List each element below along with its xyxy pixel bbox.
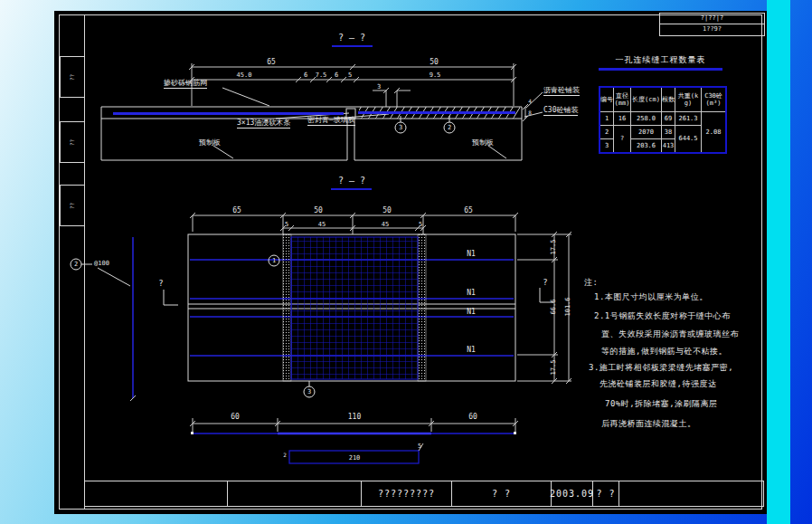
plan-dim-bottom-60r: 60 [468, 414, 477, 421]
col-header-len: 长度(cm) [631, 87, 662, 112]
col-header-count: 根数 [662, 87, 675, 112]
plan-dim-top-50r: 50 [382, 207, 392, 214]
note-line-3: 置、失效段采用涂沥青或缠玻璃丝布 [601, 329, 739, 340]
section-dim-50-right: 50 [430, 59, 439, 66]
rev-box-1: ?? [60, 56, 85, 98]
rev-box-2: ?? [60, 121, 85, 163]
cell-wt-1: 261.3 [675, 112, 702, 126]
plan-dim-5r: 5 [419, 222, 422, 228]
plan-dim-right-175b: 17.5 [551, 360, 557, 376]
plan-cut-mark-right: ? [543, 279, 547, 287]
notes-header: 注: [584, 277, 598, 289]
plan-marker-3: 3 [304, 386, 316, 398]
detail-dim-length: 210 [349, 455, 361, 462]
detail-dim-height: 2 [283, 453, 287, 458]
section-dim-450: 45.0 [237, 72, 252, 79]
section-layer-dim-4: 4 [528, 99, 532, 104]
cell-len-2: 2070 [631, 126, 662, 139]
viewer-window: ?? ?? ?? ?|??|? 1??9? ? — ? 65 50 45.0 6… [0, 0, 812, 524]
note-line-5: 3.施工时将相邻板梁梁缝先堵塞严密, [589, 362, 733, 374]
note-line-1: 1.本图尺寸均以厘米为单位。 [594, 291, 708, 303]
plan-dim-5l: 5 [285, 222, 288, 228]
note-line-8: 后再浇桥面连续混凝土。 [601, 418, 696, 430]
title-block-field1: ? ? [452, 481, 552, 506]
plan-bar-label-n1-a: N1 [467, 251, 476, 258]
plan-dim-right-175t: 17.5 [551, 240, 557, 255]
cell-no-2: 2 [600, 126, 614, 139]
quantity-table: 编号 直径(mm) 长度(cm) 根数 共重(kg) C30砼(m³) 1 16… [599, 86, 727, 154]
label-precast-slab-left: 预制板 [199, 139, 221, 147]
col-header-no: 编号 [600, 87, 614, 112]
title-block: ????????? ? ? 2003.09 ? ? [84, 481, 764, 507]
table-row: 1 16 258.0 69 261.3 2.08 [600, 112, 726, 126]
cell-wt-23: 644.5 [675, 126, 702, 154]
section-layer-dim-8: 8 [528, 110, 532, 116]
section-dim-95: 9.5 [430, 72, 441, 79]
section-dim-5: 5 [348, 72, 352, 79]
cell-cnt-3: 413 [662, 139, 675, 154]
section-marker-2: 2 [444, 122, 456, 134]
plan-dim-right-total: 101.6 [565, 297, 571, 316]
section-dim-6b: 6 [335, 72, 338, 79]
quantity-table-title: 一孔连续缝工程数量表 [599, 54, 722, 69]
rev-box-3-label: ?? [69, 202, 75, 208]
title-block-empty-2 [228, 481, 362, 506]
rev-box-2-label: ?? [69, 138, 75, 145]
cell-cnt-2: 38 [662, 126, 675, 139]
title-block-empty-1 [85, 481, 228, 506]
plan-cut-mark-left: ? [158, 280, 163, 288]
col-header-concrete: C30砼(m³) [702, 87, 727, 112]
plan-dim-right-mid: 66.6 [551, 300, 557, 315]
cell-no-1: 1 [600, 112, 614, 126]
cyan-edge-strip [767, 0, 790, 524]
label-asphalt-pavement: 沥青砼铺装 [543, 87, 580, 96]
plan-callout-circle-2: 2 [71, 259, 82, 271]
plan-dim-45l: 45 [318, 222, 326, 228]
note-line-4: 等的措施,做到钢筋与砼不粘接。 [601, 346, 727, 357]
drawing-number-row2: 1??9? [660, 24, 764, 34]
table-header-row: 编号 直径(mm) 长度(cm) 根数 共重(kg) C30砼(m³) [600, 87, 726, 112]
title-block-empty-3 [619, 481, 763, 506]
label-sealant: 密封膏—玻璃胶 [307, 117, 355, 126]
section-title: ? — ? [338, 33, 365, 43]
note-line-6: 先浇砼铺装层和胶缝,待强度达 [600, 378, 716, 390]
plan-dim-45r: 45 [382, 222, 389, 228]
plan-dim-top-65l: 65 [232, 207, 241, 214]
label-precast-slab-right: 预制板 [472, 139, 494, 147]
cell-len-3: 203.6 [631, 139, 662, 154]
plan-dim-top-65r: 65 [464, 207, 473, 214]
plan-dim-bottom-60l: 60 [231, 414, 240, 421]
plan-callout-spacing: @100 [94, 261, 109, 267]
cell-dia-1: 16 [614, 112, 631, 126]
note-line-2: 2.1号钢筋失效长度对称于缝中心布 [594, 310, 731, 322]
drawing-number-box: ?|??|? 1??9? [659, 13, 765, 36]
section-dim-65-left: 65 [267, 59, 276, 66]
section-marker-3: 3 [395, 122, 407, 134]
title-block-date: 2003.09 [552, 481, 593, 506]
rev-box-1-label: ?? [69, 73, 75, 80]
label-rebar-mesh: 掺砂砾钢筋网 [164, 80, 207, 89]
detail-dim-offset: 5 [418, 443, 421, 450]
cell-concrete-total: 2.08 [702, 112, 727, 154]
plan-bar-label-n1-d: N1 [467, 347, 476, 354]
cell-len-1: 258.0 [631, 112, 662, 126]
label-c30-pavement: C30砼铺装 [543, 107, 578, 116]
plan-dim-bottom-110: 110 [348, 414, 361, 421]
cell-no-3: 3 [600, 139, 614, 154]
plan-marker-1: 1 [269, 255, 280, 267]
note-line-7: 70%时,拆除堵塞,涂刷隔离层 [605, 398, 718, 410]
rev-box-3: ?? [60, 185, 85, 226]
drawing-number-row1: ?|??|? [660, 14, 764, 24]
plan-bar-label-n1-c: N1 [467, 309, 476, 316]
title-block-field2: ? ? [593, 481, 619, 506]
section-dim-joint: 3 [377, 84, 381, 91]
section-dim-75: 7.5 [316, 72, 327, 79]
plan-bar-label-n1-b: N1 [467, 290, 476, 297]
plan-title: ? — ? [338, 176, 365, 186]
col-header-weight: 共重(kg) [675, 87, 702, 112]
section-dim-6a: 6 [304, 72, 307, 79]
plan-dim-top-50l: 50 [314, 207, 323, 214]
drawing-title-cell: ????????? [362, 481, 452, 506]
col-header-dia: 直径(mm) [614, 87, 631, 112]
cell-cnt-1: 69 [662, 112, 675, 126]
